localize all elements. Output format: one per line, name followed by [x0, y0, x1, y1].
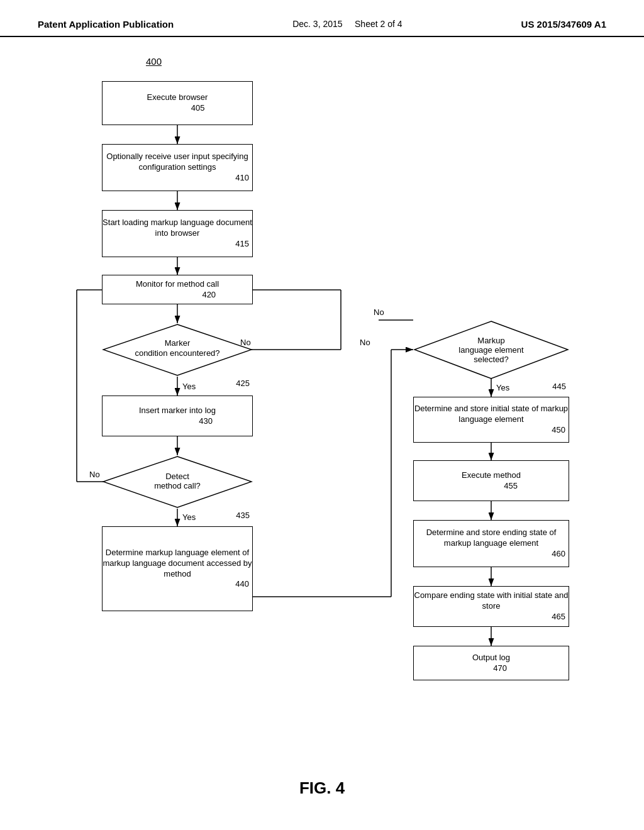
diamond-445-num: 445 [552, 382, 566, 391]
box-410-label: Optionally receive user input specifying… [103, 152, 252, 173]
svg-text:condition encountered?: condition encountered? [135, 348, 219, 358]
diagram-label-400: 400 [146, 56, 162, 67]
box-450-num: 450 [414, 425, 569, 436]
box-430: Insert marker into log 430 [102, 396, 253, 436]
header-sheet: Sheet 2 of 4 [355, 19, 402, 29]
box-420: Monitor for method call 420 [102, 275, 253, 304]
svg-text:No: No [360, 338, 370, 347]
box-430-num: 430 [139, 416, 216, 427]
header-center: Dec. 3, 2015 Sheet 2 of 4 [292, 19, 402, 29]
box-465-label: Compare ending state with initial state … [414, 590, 569, 612]
header: Patent Application Publication Dec. 3, 2… [0, 0, 644, 37]
box-460: Determine and store ending state of mark… [413, 520, 569, 567]
box-455-label: Execute method [462, 470, 521, 481]
header-publication-label: Patent Application Publication [38, 19, 174, 30]
box-415-label: Start loading markup language document i… [103, 218, 252, 239]
svg-text:selected?: selected? [474, 355, 509, 364]
page: Patent Application Publication Dec. 3, 2… [0, 0, 644, 830]
svg-text:No: No [89, 470, 100, 479]
box-440-num: 440 [103, 579, 252, 590]
svg-text:No: No [374, 307, 384, 317]
box-455: Execute method 455 [413, 460, 569, 501]
box-420-num: 420 [136, 290, 219, 301]
svg-text:Markup: Markup [477, 336, 504, 345]
diamond-435-num: 435 [236, 511, 250, 520]
box-410: Optionally receive user input specifying… [102, 144, 253, 191]
box-405-label: Execute browser [147, 92, 208, 103]
header-patent-number: US 2015/347609 A1 [521, 19, 606, 30]
diagram-area: 400 Yes No [39, 43, 605, 760]
box-440-label: Determine markup language element of mar… [103, 548, 252, 580]
svg-text:Detect: Detect [165, 472, 189, 481]
header-date: Dec. 3, 2015 [292, 19, 342, 29]
box-430-label: Insert marker into log [139, 406, 216, 416]
svg-text:Yes: Yes [182, 382, 196, 391]
box-455-num: 455 [462, 481, 521, 492]
box-410-num: 410 [103, 173, 252, 184]
box-450-label: Determine and store initial state of mar… [414, 404, 569, 425]
fig-label: FIG. 4 [39, 778, 605, 798]
svg-text:Yes: Yes [182, 512, 196, 522]
box-465-num: 465 [414, 612, 569, 622]
box-470-label: Output log [472, 653, 510, 663]
diamond-445: Markup language element selected? 445 [413, 320, 569, 380]
svg-text:Marker: Marker [165, 338, 191, 348]
svg-text:language element: language element [458, 345, 524, 355]
box-450: Determine and store initial state of mar… [413, 397, 569, 443]
svg-text:Yes: Yes [496, 383, 510, 392]
box-440: Determine markup language element of mar… [102, 526, 253, 611]
diamond-435: Detect method call? 435 [102, 455, 253, 509]
box-470-num: 470 [472, 663, 510, 674]
box-415: Start loading markup language document i… [102, 210, 253, 257]
box-460-num: 460 [414, 549, 569, 560]
diamond-425: Marker condition encountered? 425 [102, 323, 253, 377]
box-405-num: 405 [147, 103, 208, 114]
svg-text:method call?: method call? [154, 481, 201, 490]
box-415-num: 415 [103, 239, 252, 250]
box-465: Compare ending state with initial state … [413, 586, 569, 627]
box-420-label: Monitor for method call [136, 279, 219, 290]
diamond-425-num: 425 [236, 379, 250, 388]
box-470: Output log 470 [413, 646, 569, 680]
box-460-label: Determine and store ending state of mark… [414, 528, 569, 549]
box-405: Execute browser 405 [102, 81, 253, 125]
